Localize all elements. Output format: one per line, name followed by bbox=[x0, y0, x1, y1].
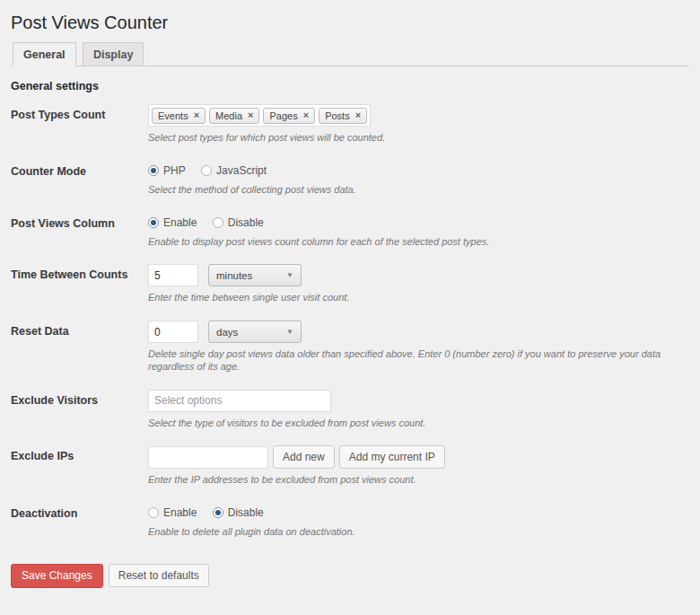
radio-icon[interactable] bbox=[213, 507, 223, 518]
form-actions: Save Changes Reset to defaults bbox=[11, 564, 689, 588]
exclude-ips-label: Exclude IPs bbox=[11, 445, 148, 497]
chip-pages-label: Pages bbox=[269, 110, 297, 121]
settings-page: Post Views Counter General Display Gener… bbox=[0, 0, 700, 593]
radio-option-enable[interactable]: Enable bbox=[148, 506, 197, 519]
save-changes-button[interactable]: Save Changes bbox=[11, 564, 103, 588]
radio-php-label: PHP bbox=[163, 164, 186, 177]
general-settings-form: Post Types Count Events × Media × Pages … bbox=[11, 104, 689, 588]
radio-enable-label: Enable bbox=[163, 216, 197, 229]
chip-media: Media × bbox=[209, 108, 259, 124]
reset-data-description: Delete single day post views data older … bbox=[148, 348, 689, 373]
post-views-column-label: Post Views Column bbox=[11, 213, 148, 259]
chip-events: Events × bbox=[152, 108, 206, 124]
post-types-count-description: Select post types for which post views w… bbox=[148, 132, 689, 145]
radio-icon[interactable] bbox=[213, 217, 223, 228]
reset-data-label: Reset Data bbox=[11, 321, 148, 384]
post-views-column-description: Enable to display post views count colum… bbox=[148, 236, 689, 249]
exclude-visitors-label: Exclude Visitors bbox=[11, 390, 148, 441]
add-new-ip-button[interactable]: Add new bbox=[273, 445, 335, 469]
chip-media-label: Media bbox=[215, 110, 242, 121]
tab-display[interactable]: Display bbox=[83, 42, 144, 66]
chevron-down-icon: ▼ bbox=[286, 272, 293, 279]
chevron-down-icon: ▼ bbox=[286, 329, 293, 336]
time-between-counts-label: Time Between Counts bbox=[11, 264, 148, 315]
radio-option-disable[interactable]: Disable bbox=[213, 506, 264, 519]
setting-row-post-types-count: Post Types Count Events × Media × Pages … bbox=[11, 104, 689, 155]
radio-disable-label: Disable bbox=[228, 216, 264, 229]
counter-mode-description: Select the method of collecting post vie… bbox=[148, 184, 689, 197]
add-current-ip-button[interactable]: Add my current IP bbox=[339, 445, 445, 469]
reset-to-defaults-button[interactable]: Reset to defaults bbox=[109, 564, 209, 587]
section-heading: General settings bbox=[11, 80, 689, 92]
exclude-ips-input[interactable] bbox=[148, 446, 268, 469]
setting-row-exclude-ips: Exclude IPs Add new Add my current IP En… bbox=[11, 445, 689, 497]
exclude-ips-description: Enter the IP addresses to be excluded fr… bbox=[148, 474, 689, 487]
time-unit-select[interactable]: minutes ▼ bbox=[208, 264, 302, 286]
chip-posts-label: Posts bbox=[325, 110, 350, 121]
deactivation-label: Deactivation bbox=[11, 503, 148, 549]
radio-icon[interactable] bbox=[201, 165, 212, 176]
time-between-counts-description: Enter the time between single user visit… bbox=[148, 292, 689, 304]
deactivation-description: Enable to delete all plugin data on deac… bbox=[148, 526, 689, 539]
setting-row-deactivation: Deactivation Enable Disable Enable to de… bbox=[11, 503, 689, 549]
reset-data-input[interactable] bbox=[148, 321, 198, 343]
remove-chip-icon[interactable]: × bbox=[194, 110, 199, 120]
radio-enable-label: Enable bbox=[163, 506, 197, 519]
counter-mode-radio-group: PHP JavaScript bbox=[148, 161, 689, 179]
chip-events-label: Events bbox=[158, 110, 188, 121]
post-types-multiselect[interactable]: Events × Media × Pages × Posts × bbox=[148, 104, 371, 127]
post-types-count-label: Post Types Count bbox=[11, 104, 148, 155]
setting-row-exclude-visitors: Exclude Visitors Select the type of visi… bbox=[11, 390, 689, 441]
tab-general[interactable]: General bbox=[13, 42, 76, 66]
chip-posts: Posts × bbox=[319, 108, 367, 124]
exclude-visitors-description: Select the type of visitors to be exclud… bbox=[148, 417, 689, 430]
radio-javascript-label: JavaScript bbox=[216, 164, 267, 177]
radio-option-php[interactable]: PHP bbox=[148, 164, 186, 177]
setting-row-counter-mode: Counter Mode PHP JavaScript Select the m… bbox=[11, 161, 689, 207]
counter-mode-label: Counter Mode bbox=[11, 161, 148, 207]
radio-icon[interactable] bbox=[148, 507, 159, 518]
tab-bar: General Display bbox=[11, 42, 689, 66]
setting-row-post-views-column: Post Views Column Enable Disable Enable … bbox=[11, 213, 689, 259]
deactivation-radio-group: Enable Disable bbox=[148, 503, 689, 521]
radio-icon[interactable] bbox=[148, 165, 159, 176]
chip-pages: Pages × bbox=[263, 108, 315, 124]
setting-row-time-between-counts: Time Between Counts minutes ▼ Enter the … bbox=[11, 264, 689, 315]
time-unit-selected-value: minutes bbox=[216, 270, 252, 281]
setting-row-reset-data: Reset Data days ▼ Delete single day post… bbox=[11, 321, 689, 384]
remove-chip-icon[interactable]: × bbox=[303, 110, 309, 120]
radio-icon[interactable] bbox=[148, 217, 159, 228]
page-title: Post Views Counter bbox=[11, 12, 689, 34]
radio-disable-label: Disable bbox=[228, 506, 264, 519]
reset-unit-selected-value: days bbox=[216, 327, 238, 338]
remove-chip-icon[interactable]: × bbox=[248, 110, 253, 120]
radio-option-disable[interactable]: Disable bbox=[213, 216, 264, 229]
remove-chip-icon[interactable]: × bbox=[355, 110, 361, 120]
radio-option-enable[interactable]: Enable bbox=[148, 216, 197, 229]
exclude-visitors-input[interactable] bbox=[148, 390, 331, 412]
radio-option-javascript[interactable]: JavaScript bbox=[201, 164, 267, 177]
reset-unit-select[interactable]: days ▼ bbox=[208, 321, 302, 343]
post-views-column-radio-group: Enable Disable bbox=[148, 213, 689, 231]
time-between-counts-input[interactable] bbox=[148, 264, 198, 286]
